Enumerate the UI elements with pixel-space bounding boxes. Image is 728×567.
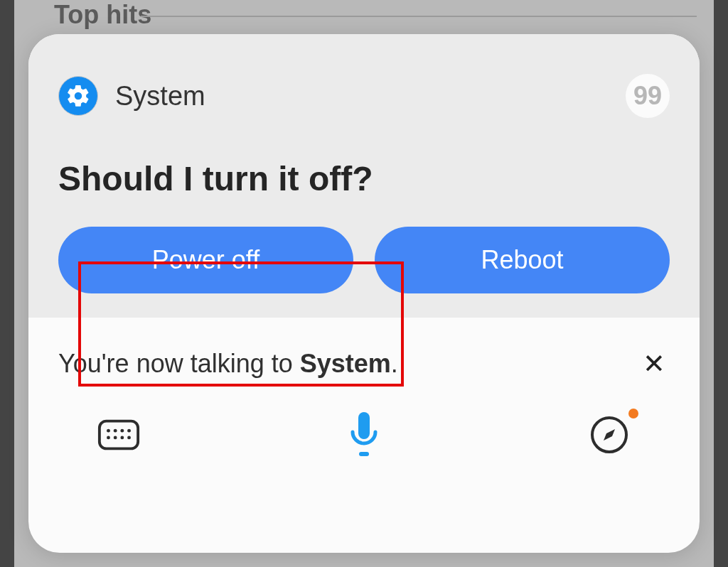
- source-label: System: [115, 81, 205, 112]
- settings-gear-icon: [58, 76, 98, 116]
- assistant-prompt: Should I turn it off?: [58, 159, 670, 198]
- assistant-card: System 99 Should I turn it off? Power of…: [28, 34, 700, 553]
- input-toolbar: [58, 410, 670, 460]
- quote-icon[interactable]: 99: [626, 74, 670, 118]
- svg-point-5: [107, 436, 110, 439]
- power-off-button[interactable]: Power off: [58, 227, 353, 293]
- card-upper-panel: System 99 Should I turn it off? Power of…: [28, 34, 700, 318]
- svg-point-6: [114, 436, 117, 439]
- svg-point-2: [114, 429, 117, 433]
- svg-rect-9: [358, 412, 370, 439]
- svg-point-8: [127, 436, 131, 439]
- top-hits-heading: Top hits: [54, 0, 151, 30]
- top-hits-divider: [141, 16, 697, 17]
- action-button-row: Power off Reboot: [58, 227, 670, 293]
- svg-point-4: [127, 429, 131, 433]
- discover-compass-icon[interactable]: [584, 410, 634, 460]
- card-header-row: System 99: [58, 74, 670, 118]
- microphone-icon[interactable]: [339, 410, 389, 460]
- svg-point-7: [120, 436, 124, 439]
- reboot-button[interactable]: Reboot: [375, 227, 670, 293]
- close-icon[interactable]: ✕: [638, 346, 670, 382]
- card-lower-panel: You're now talking to System. ✕: [28, 318, 700, 481]
- notification-dot-icon: [628, 409, 638, 418]
- svg-point-3: [120, 429, 124, 433]
- svg-rect-10: [359, 452, 369, 456]
- status-target: System: [300, 349, 391, 378]
- status-prefix: You're now talking to: [58, 349, 300, 378]
- status-row: You're now talking to System. ✕: [58, 346, 670, 382]
- status-suffix: .: [391, 349, 398, 378]
- svg-rect-0: [100, 421, 138, 449]
- screen-root: Top hits System 99 Should I turn it off?…: [0, 0, 728, 567]
- svg-point-1: [107, 429, 110, 433]
- keyboard-icon[interactable]: [94, 410, 144, 460]
- status-text: You're now talking to System.: [58, 349, 398, 379]
